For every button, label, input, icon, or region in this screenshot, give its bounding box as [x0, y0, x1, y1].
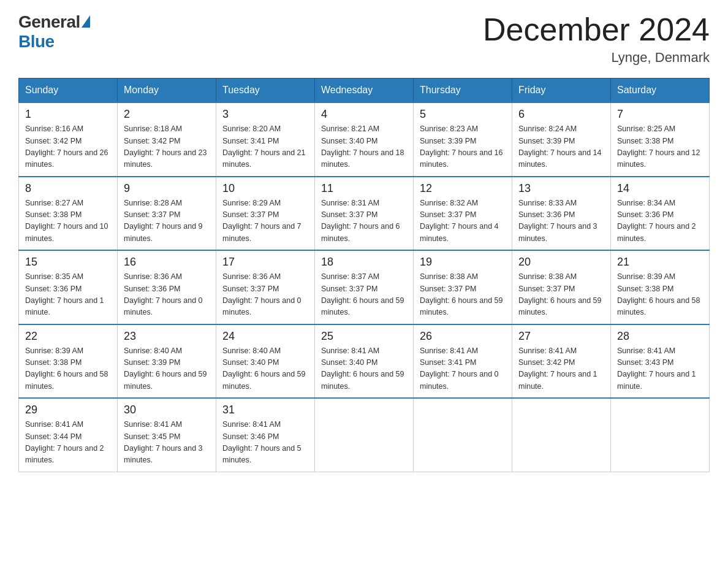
logo-blue: Blue: [18, 32, 55, 52]
day-number: 23: [124, 330, 210, 343]
day-cell: 8 Sunrise: 8:27 AMSunset: 3:38 PMDayligh…: [19, 177, 118, 251]
day-number: 18: [321, 256, 407, 269]
day-number: 17: [222, 256, 308, 269]
title-section: December 2024 Lynge, Denmark: [483, 12, 710, 66]
day-cell: 10 Sunrise: 8:29 AMSunset: 3:37 PMDaylig…: [216, 177, 315, 251]
day-number: 11: [321, 182, 407, 195]
day-number: 12: [420, 182, 506, 195]
calendar-title: December 2024: [483, 12, 710, 47]
day-info: Sunrise: 8:32 AMSunset: 3:37 PMDaylight:…: [420, 197, 506, 245]
week-row-5: 29 Sunrise: 8:41 AMSunset: 3:44 PMDaylig…: [19, 398, 710, 472]
day-number: 24: [222, 330, 308, 343]
header-friday: Friday: [512, 79, 611, 103]
day-info: Sunrise: 8:25 AMSunset: 3:38 PMDaylight:…: [617, 123, 703, 171]
day-cell: 21 Sunrise: 8:39 AMSunset: 3:38 PMDaylig…: [611, 250, 710, 324]
day-number: 27: [518, 330, 604, 343]
day-info: Sunrise: 8:41 AMSunset: 3:41 PMDaylight:…: [420, 345, 506, 393]
day-cell: 30 Sunrise: 8:41 AMSunset: 3:45 PMDaylig…: [118, 398, 216, 472]
logo: General Blue: [18, 12, 90, 52]
day-cell: 22 Sunrise: 8:39 AMSunset: 3:38 PMDaylig…: [19, 324, 118, 399]
day-number: 15: [25, 256, 111, 269]
day-cell: 31 Sunrise: 8:41 AMSunset: 3:46 PMDaylig…: [216, 398, 315, 472]
day-number: 31: [222, 404, 308, 416]
day-number: 10: [222, 182, 308, 195]
day-info: Sunrise: 8:33 AMSunset: 3:36 PMDaylight:…: [518, 197, 604, 245]
day-info: Sunrise: 8:39 AMSunset: 3:38 PMDaylight:…: [617, 271, 703, 319]
day-number: 7: [617, 108, 703, 121]
day-info: Sunrise: 8:23 AMSunset: 3:39 PMDaylight:…: [420, 123, 506, 171]
day-cell: 13 Sunrise: 8:33 AMSunset: 3:36 PMDaylig…: [512, 177, 611, 251]
day-info: Sunrise: 8:18 AMSunset: 3:42 PMDaylight:…: [124, 123, 210, 171]
day-cell: 15 Sunrise: 8:35 AMSunset: 3:36 PMDaylig…: [19, 250, 118, 324]
header-wednesday: Wednesday: [315, 79, 414, 103]
header-tuesday: Tuesday: [216, 79, 315, 103]
day-info: Sunrise: 8:41 AMSunset: 3:45 PMDaylight:…: [124, 419, 210, 467]
header-sunday: Sunday: [19, 79, 118, 103]
day-info: Sunrise: 8:20 AMSunset: 3:41 PMDaylight:…: [222, 123, 308, 171]
day-number: 22: [25, 330, 111, 343]
day-info: Sunrise: 8:39 AMSunset: 3:38 PMDaylight:…: [25, 345, 111, 393]
day-info: Sunrise: 8:34 AMSunset: 3:36 PMDaylight:…: [617, 197, 703, 245]
week-row-4: 22 Sunrise: 8:39 AMSunset: 3:38 PMDaylig…: [19, 324, 710, 399]
day-number: 28: [617, 330, 703, 343]
day-cell: 19 Sunrise: 8:38 AMSunset: 3:37 PMDaylig…: [414, 250, 512, 324]
day-cell: 27 Sunrise: 8:41 AMSunset: 3:42 PMDaylig…: [512, 324, 611, 399]
day-info: Sunrise: 8:41 AMSunset: 3:40 PMDaylight:…: [321, 345, 407, 393]
day-number: 29: [25, 404, 111, 416]
header-row: SundayMondayTuesdayWednesdayThursdayFrid…: [19, 79, 710, 103]
header-monday: Monday: [118, 79, 216, 103]
day-number: 21: [617, 256, 703, 269]
day-cell: [315, 398, 414, 472]
header-saturday: Saturday: [611, 79, 710, 103]
day-number: 3: [222, 108, 308, 121]
day-cell: 25 Sunrise: 8:41 AMSunset: 3:40 PMDaylig…: [315, 324, 414, 399]
day-cell: 6 Sunrise: 8:24 AMSunset: 3:39 PMDayligh…: [512, 102, 611, 177]
day-cell: 16 Sunrise: 8:36 AMSunset: 3:36 PMDaylig…: [118, 250, 216, 324]
day-cell: 28 Sunrise: 8:41 AMSunset: 3:43 PMDaylig…: [611, 324, 710, 399]
day-number: 6: [518, 108, 604, 121]
day-number: 4: [321, 108, 407, 121]
day-number: 5: [420, 108, 506, 121]
day-info: Sunrise: 8:35 AMSunset: 3:36 PMDaylight:…: [25, 271, 111, 319]
week-row-2: 8 Sunrise: 8:27 AMSunset: 3:38 PMDayligh…: [19, 177, 710, 251]
day-cell: [512, 398, 611, 472]
day-info: Sunrise: 8:41 AMSunset: 3:46 PMDaylight:…: [222, 419, 308, 467]
page-header: General Blue December 2024 Lynge, Denmar…: [18, 12, 710, 66]
day-cell: 24 Sunrise: 8:40 AMSunset: 3:40 PMDaylig…: [216, 324, 315, 399]
day-cell: 26 Sunrise: 8:41 AMSunset: 3:41 PMDaylig…: [414, 324, 512, 399]
day-cell: 2 Sunrise: 8:18 AMSunset: 3:42 PMDayligh…: [118, 102, 216, 177]
day-number: 2: [124, 108, 210, 121]
day-info: Sunrise: 8:38 AMSunset: 3:37 PMDaylight:…: [420, 271, 506, 319]
day-info: Sunrise: 8:40 AMSunset: 3:40 PMDaylight:…: [222, 345, 308, 393]
day-cell: 3 Sunrise: 8:20 AMSunset: 3:41 PMDayligh…: [216, 102, 315, 177]
week-row-3: 15 Sunrise: 8:35 AMSunset: 3:36 PMDaylig…: [19, 250, 710, 324]
logo-general: General: [18, 12, 80, 32]
day-info: Sunrise: 8:36 AMSunset: 3:36 PMDaylight:…: [124, 271, 210, 319]
calendar-subtitle: Lynge, Denmark: [483, 50, 710, 66]
day-number: 14: [617, 182, 703, 195]
day-info: Sunrise: 8:37 AMSunset: 3:37 PMDaylight:…: [321, 271, 407, 319]
day-cell: 14 Sunrise: 8:34 AMSunset: 3:36 PMDaylig…: [611, 177, 710, 251]
day-number: 1: [25, 108, 111, 121]
calendar-table: SundayMondayTuesdayWednesdayThursdayFrid…: [18, 78, 710, 472]
week-row-1: 1 Sunrise: 8:16 AMSunset: 3:42 PMDayligh…: [19, 102, 710, 177]
header-thursday: Thursday: [414, 79, 512, 103]
day-number: 20: [518, 256, 604, 269]
day-cell: 29 Sunrise: 8:41 AMSunset: 3:44 PMDaylig…: [19, 398, 118, 472]
day-cell: 17 Sunrise: 8:36 AMSunset: 3:37 PMDaylig…: [216, 250, 315, 324]
day-number: 26: [420, 330, 506, 343]
day-cell: 11 Sunrise: 8:31 AMSunset: 3:37 PMDaylig…: [315, 177, 414, 251]
day-info: Sunrise: 8:40 AMSunset: 3:39 PMDaylight:…: [124, 345, 210, 393]
day-info: Sunrise: 8:21 AMSunset: 3:40 PMDaylight:…: [321, 123, 407, 171]
day-cell: 20 Sunrise: 8:38 AMSunset: 3:37 PMDaylig…: [512, 250, 611, 324]
day-info: Sunrise: 8:41 AMSunset: 3:44 PMDaylight:…: [25, 419, 111, 467]
day-cell: [414, 398, 512, 472]
day-cell: 9 Sunrise: 8:28 AMSunset: 3:37 PMDayligh…: [118, 177, 216, 251]
day-number: 19: [420, 256, 506, 269]
day-info: Sunrise: 8:38 AMSunset: 3:37 PMDaylight:…: [518, 271, 604, 319]
day-cell: 23 Sunrise: 8:40 AMSunset: 3:39 PMDaylig…: [118, 324, 216, 399]
logo-triangle-icon: [82, 15, 90, 28]
day-number: 30: [124, 404, 210, 416]
day-number: 8: [25, 182, 111, 195]
day-cell: 7 Sunrise: 8:25 AMSunset: 3:38 PMDayligh…: [611, 102, 710, 177]
